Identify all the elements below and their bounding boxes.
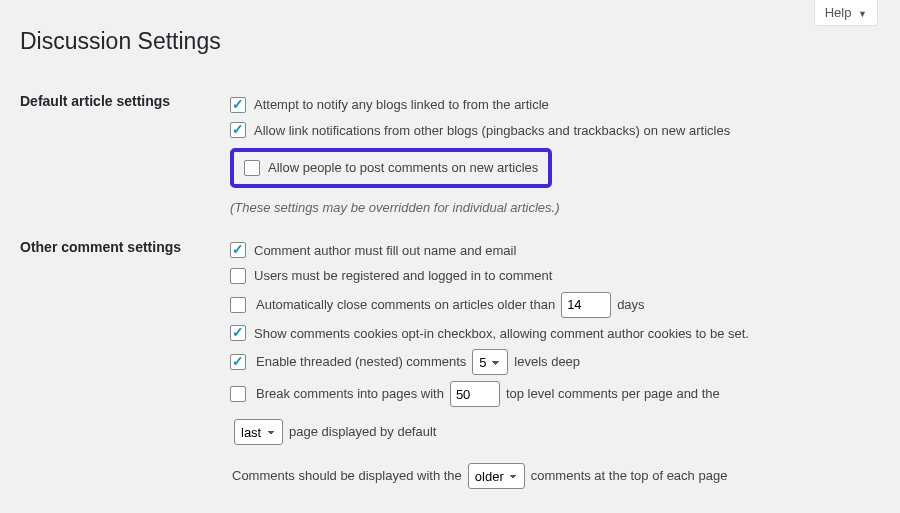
input-paginate-per-page[interactable] [450, 381, 500, 407]
label-allow-pingbacks[interactable]: Allow link notifications from other blog… [254, 121, 730, 141]
section-heading-default: Default article settings [20, 79, 230, 225]
checkbox-notify-blogs[interactable] [230, 97, 246, 113]
checkbox-threaded[interactable] [230, 354, 246, 370]
label-notify-blogs[interactable]: Attempt to notify any blogs linked to fr… [254, 95, 549, 115]
select-paginate-default-page[interactable]: last [234, 419, 283, 445]
checkbox-allow-comments[interactable] [244, 160, 260, 176]
label-require-name-email[interactable]: Comment author must fill out name and em… [254, 241, 516, 261]
checkbox-require-name-email[interactable] [230, 242, 246, 258]
page-title: Discussion Settings [20, 28, 880, 55]
input-auto-close-days[interactable] [561, 292, 611, 318]
label-cookies-optin[interactable]: Show comments cookies opt-in checkbox, a… [254, 324, 749, 344]
label-display-post: comments at the top of each page [531, 466, 728, 486]
help-label: Help [825, 5, 852, 20]
checkbox-allow-pingbacks[interactable] [230, 122, 246, 138]
label-auto-close-pre[interactable]: Automatically close comments on articles… [256, 295, 555, 315]
label-threaded-post: levels deep [514, 352, 580, 372]
label-display-pre: Comments should be displayed with the [232, 466, 462, 486]
chevron-down-icon: ▼ [858, 9, 867, 19]
help-tab[interactable]: Help ▼ [814, 0, 878, 26]
checkbox-require-registration[interactable] [230, 268, 246, 284]
label-require-registration[interactable]: Users must be registered and logged in t… [254, 266, 552, 286]
checkbox-paginate[interactable] [230, 386, 246, 402]
select-display-order[interactable]: older [468, 463, 525, 489]
select-threaded-levels[interactable]: 5 [472, 349, 508, 375]
section-heading-other: Other comment settings [20, 225, 230, 506]
label-threaded-pre[interactable]: Enable threaded (nested) comments [256, 352, 466, 372]
checkbox-auto-close[interactable] [230, 297, 246, 313]
highlight-allow-comments: Allow people to post comments on new art… [230, 148, 552, 188]
label-auto-close-post: days [617, 295, 644, 315]
label-paginate-mid: top level comments per page and the [506, 384, 720, 404]
label-paginate-pre[interactable]: Break comments into pages with [256, 384, 444, 404]
label-paginate-post: page displayed by default [289, 422, 436, 442]
checkbox-cookies-optin[interactable] [230, 325, 246, 341]
label-allow-comments[interactable]: Allow people to post comments on new art… [268, 158, 538, 178]
hint-default-settings: (These settings may be overridden for in… [230, 200, 870, 215]
